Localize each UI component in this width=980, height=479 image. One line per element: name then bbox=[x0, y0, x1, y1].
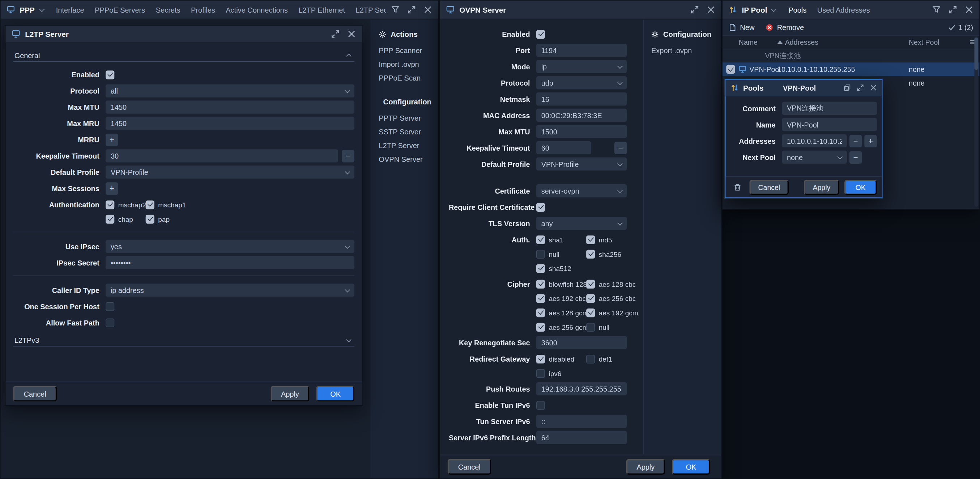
sha512-checkbox[interactable] bbox=[536, 264, 545, 272]
apply-button[interactable]: Apply bbox=[270, 386, 310, 401]
config-l2tp-server[interactable]: L2TP Server bbox=[371, 138, 438, 152]
disabled-checkbox[interactable] bbox=[536, 354, 545, 363]
expand-icon[interactable] bbox=[691, 6, 698, 14]
ipsec-secret-input[interactable]: •••••••• bbox=[106, 256, 355, 269]
add-value-button[interactable] bbox=[106, 133, 118, 146]
keepalive-input[interactable]: 60 bbox=[536, 141, 591, 154]
comment-input[interactable]: VPN连接池 bbox=[782, 102, 877, 115]
mschap1-checkbox[interactable] bbox=[146, 200, 154, 209]
action-pppoe-scan[interactable]: PPPoE Scan bbox=[371, 70, 438, 84]
addresses-input[interactable]: 10.10.0.1-10.10.255.255 bbox=[782, 134, 847, 148]
null-cipher-checkbox[interactable] bbox=[586, 323, 595, 331]
new-button[interactable]: New bbox=[729, 23, 754, 31]
caller-id-type-select[interactable]: ip address bbox=[106, 284, 355, 297]
blowfish-128-checkbox[interactable] bbox=[536, 279, 545, 288]
max-mtu-input[interactable]: 1500 bbox=[536, 125, 627, 138]
column-next-pool[interactable]: Next Pool bbox=[909, 38, 964, 46]
ok-button[interactable]: OK bbox=[672, 459, 710, 475]
default-profile-select[interactable]: VPN-Profile bbox=[536, 157, 627, 171]
max-mru-input[interactable]: 1450 bbox=[106, 117, 355, 130]
name-input[interactable]: VPN-Pool bbox=[782, 118, 877, 131]
ok-button[interactable]: OK bbox=[844, 179, 877, 194]
use-ipsec-select[interactable]: yes bbox=[106, 240, 355, 253]
aes-192-gcm-checkbox[interactable] bbox=[586, 308, 595, 317]
chevron-down-icon[interactable] bbox=[39, 6, 45, 12]
expand-icon[interactable] bbox=[857, 84, 864, 91]
chap-checkbox[interactable] bbox=[106, 214, 114, 223]
remove-value-button[interactable] bbox=[342, 149, 355, 162]
row-checkbox[interactable] bbox=[726, 65, 735, 74]
close-icon[interactable] bbox=[347, 30, 355, 38]
enabled-checkbox[interactable] bbox=[536, 30, 545, 38]
key-renegotiate-input[interactable]: 3600 bbox=[536, 336, 627, 349]
pap-checkbox[interactable] bbox=[146, 214, 154, 223]
tab-interface[interactable]: Interface bbox=[56, 6, 84, 14]
expand-icon[interactable] bbox=[407, 6, 415, 14]
apply-button[interactable]: Apply bbox=[804, 179, 839, 194]
cancel-button[interactable]: Cancel bbox=[447, 459, 491, 475]
mschap2-checkbox[interactable] bbox=[106, 200, 114, 209]
enable-tun-ipv6-checkbox[interactable] bbox=[536, 401, 545, 409]
config-sstp-server[interactable]: SSTP Server bbox=[371, 124, 438, 138]
cancel-button[interactable]: Cancel bbox=[13, 386, 57, 401]
filter-icon[interactable] bbox=[391, 6, 399, 14]
allow-fast-path-checkbox[interactable] bbox=[106, 318, 114, 327]
md5-checkbox[interactable] bbox=[586, 235, 595, 244]
expand-icon[interactable] bbox=[331, 30, 339, 38]
cancel-button[interactable]: Cancel bbox=[749, 179, 789, 194]
protocol-select[interactable]: udp bbox=[536, 76, 627, 89]
mac-address-input[interactable]: 00:0C:29:B3:78:3E bbox=[536, 109, 627, 122]
server-ipv6-prefix-input[interactable]: 64 bbox=[536, 431, 627, 444]
enabled-checkbox[interactable] bbox=[106, 70, 114, 79]
close-icon[interactable] bbox=[870, 84, 877, 91]
one-session-per-host-checkbox[interactable] bbox=[106, 302, 114, 311]
action-import-ovpn[interactable]: Import .ovpn bbox=[371, 57, 438, 70]
delete-button[interactable] bbox=[730, 180, 744, 194]
def1-checkbox[interactable] bbox=[586, 354, 595, 363]
close-icon[interactable] bbox=[424, 6, 432, 14]
tab-pppoe-servers[interactable]: PPPoE Servers bbox=[95, 6, 145, 14]
port-input[interactable]: 1194 bbox=[536, 44, 627, 57]
mode-select[interactable]: ip bbox=[536, 60, 627, 73]
sha256-checkbox[interactable] bbox=[586, 250, 595, 258]
remove-value-button[interactable] bbox=[850, 135, 862, 148]
tab-l2tp-ethernet[interactable]: L2TP Ethernet bbox=[298, 6, 345, 14]
tab-l2tp-secrets[interactable]: L2TP Secrets bbox=[355, 6, 386, 14]
tun-server-ipv6-input[interactable]: :: bbox=[536, 415, 627, 428]
tab-pools[interactable]: Pools bbox=[788, 6, 807, 14]
action-export-ovpn[interactable]: Export .ovpn bbox=[644, 43, 721, 57]
certificate-select[interactable]: server-ovpn bbox=[536, 184, 627, 197]
ipv6-checkbox[interactable] bbox=[536, 369, 545, 377]
remove-value-button[interactable] bbox=[850, 151, 862, 163]
add-value-button[interactable] bbox=[106, 182, 118, 195]
expand-icon[interactable] bbox=[949, 6, 957, 14]
require-client-certificate-checkbox[interactable] bbox=[536, 203, 545, 211]
default-profile-select[interactable]: VPN-Profile bbox=[106, 165, 355, 178]
max-mtu-input[interactable]: 1450 bbox=[106, 100, 355, 113]
action-ppp-scanner[interactable]: PPP Scanner bbox=[371, 43, 438, 57]
aes-128-cbc-checkbox[interactable] bbox=[586, 279, 595, 288]
netmask-input[interactable]: 16 bbox=[536, 92, 627, 105]
vertical-scrollbar[interactable] bbox=[974, 36, 978, 207]
chevron-down-icon[interactable] bbox=[772, 6, 777, 12]
ok-button[interactable]: OK bbox=[317, 386, 355, 401]
null-auth-checkbox[interactable] bbox=[536, 250, 545, 258]
column-addresses[interactable]: Addresses bbox=[778, 38, 909, 46]
ke epalive-input[interactable]: 30 bbox=[106, 149, 338, 162]
general-section-header[interactable]: General bbox=[13, 49, 355, 62]
push-routes-input[interactable]: 192.168.3.0 255.255.255.0,19 bbox=[536, 382, 627, 395]
column-name[interactable]: Name bbox=[739, 38, 778, 46]
table-row[interactable]: VPN-Pool 10.10.0.1-10.10.255.255 none bbox=[722, 62, 979, 76]
aes-192-cbc-checkbox[interactable] bbox=[536, 294, 545, 302]
tls-version-select[interactable]: any bbox=[536, 217, 627, 230]
filter-icon[interactable] bbox=[932, 6, 940, 14]
close-icon[interactable] bbox=[965, 6, 973, 14]
aes-256-cbc-checkbox[interactable] bbox=[586, 294, 595, 302]
config-pptp-server[interactable]: PPTP Server bbox=[371, 111, 438, 124]
close-icon[interactable] bbox=[707, 6, 715, 14]
tab-used-addresses[interactable]: Used Addresses bbox=[817, 6, 870, 14]
aes-256-gcm-checkbox[interactable] bbox=[536, 323, 545, 331]
config-ovpn-server[interactable]: OVPN Server bbox=[371, 152, 438, 165]
sha1-checkbox[interactable] bbox=[536, 235, 545, 244]
add-value-button[interactable] bbox=[864, 135, 877, 148]
